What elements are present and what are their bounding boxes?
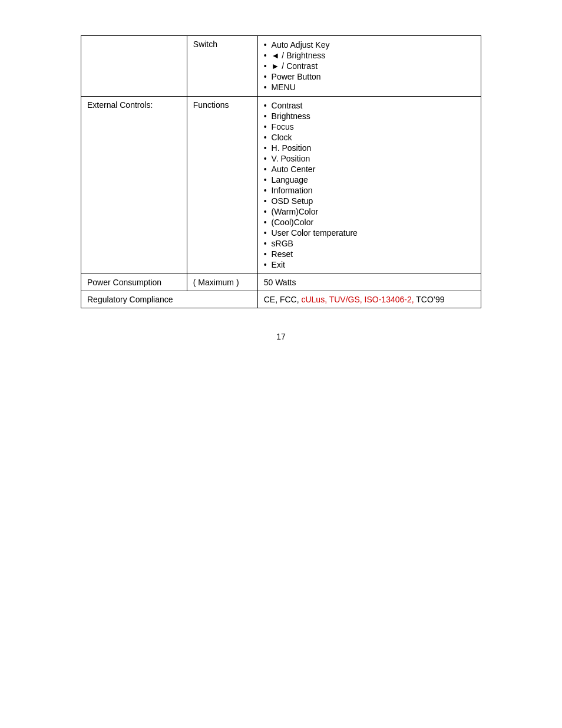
bullet-text: Language bbox=[272, 175, 308, 185]
table-row: Switch Auto Adjust Key ◄ / Brightness ► … bbox=[81, 36, 481, 97]
bullet-text: sRGB bbox=[272, 239, 293, 248]
cell-switch-label: Switch bbox=[187, 36, 257, 97]
specs-table: Switch Auto Adjust Key ◄ / Brightness ► … bbox=[81, 35, 481, 308]
list-item: Exit bbox=[264, 259, 475, 270]
bullet-text: Focus bbox=[272, 122, 294, 131]
list-item: ► / Contrast bbox=[264, 61, 475, 71]
bullet-suffix: Contrast bbox=[286, 61, 318, 71]
list-item: Clock bbox=[264, 132, 475, 143]
list-item: ◄ / Brightness bbox=[264, 50, 475, 61]
cell-regulatory-label: Regulatory Compliance bbox=[81, 291, 258, 308]
cell-external-controls: External Controls: bbox=[81, 97, 187, 274]
power-value: 50 Watts bbox=[264, 278, 296, 287]
list-item: Auto Adjust Key bbox=[264, 39, 475, 50]
functions-label: Functions bbox=[193, 100, 229, 110]
bullet-suffix: Brightness bbox=[286, 51, 325, 60]
cell-functions-label: Functions bbox=[187, 97, 257, 274]
cell-power-label: Power Consumption bbox=[81, 274, 187, 291]
list-item: OSD Setup bbox=[264, 196, 475, 206]
bullet-text: ◄ / Brightness bbox=[272, 51, 326, 60]
list-item: (Warm)Color bbox=[264, 206, 475, 217]
page-footer: 17 bbox=[276, 332, 286, 341]
cell-functions-content: Contrast Brightness Focus Clock H. Posit… bbox=[257, 97, 481, 274]
bullet-text: (Warm)Color bbox=[272, 207, 319, 216]
list-item: Reset bbox=[264, 249, 475, 259]
bullet-text: Information bbox=[272, 186, 313, 195]
bullet-text: V. Position bbox=[272, 154, 310, 163]
bullet-text: Auto Adjust Key bbox=[272, 40, 330, 50]
bullet-text: Exit bbox=[272, 260, 285, 269]
list-item: Information bbox=[264, 185, 475, 196]
external-controls-label: External Controls: bbox=[87, 100, 153, 110]
table-row: Power Consumption ( Maximum ) 50 Watts bbox=[81, 274, 481, 291]
switch-bullet-list: Auto Adjust Key ◄ / Brightness ► / Contr… bbox=[264, 39, 475, 93]
maximum-label: ( Maximum ) bbox=[193, 278, 239, 287]
bullet-prefix: ◄ / bbox=[272, 51, 287, 60]
bullet-text: Brightness bbox=[272, 111, 310, 121]
list-item: Brightness bbox=[264, 111, 475, 121]
cell-switch-content: Auto Adjust Key ◄ / Brightness ► / Contr… bbox=[257, 36, 481, 97]
list-item: sRGB bbox=[264, 238, 475, 249]
cell-regulatory-value: CE, FCC, cULus, TUV/GS, ISO-13406-2, TCO… bbox=[257, 291, 481, 308]
list-item: Contrast bbox=[264, 100, 475, 111]
list-item: V. Position bbox=[264, 153, 475, 164]
power-consumption-label: Power Consumption bbox=[87, 278, 161, 287]
list-item: User Color temperature bbox=[264, 228, 475, 238]
bullet-text: Auto Center bbox=[272, 164, 316, 174]
bullet-text: Reset bbox=[272, 249, 293, 259]
table-row: External Controls: Functions Contrast Br… bbox=[81, 97, 481, 274]
bullet-text: MENU bbox=[272, 83, 296, 92]
page-container: Switch Auto Adjust Key ◄ / Brightness ► … bbox=[0, 0, 562, 365]
page-number: 17 bbox=[276, 332, 286, 341]
list-item: H. Position bbox=[264, 143, 475, 153]
bullet-prefix: ► / bbox=[272, 61, 287, 71]
bullet-text: OSD Setup bbox=[272, 196, 313, 206]
bullet-text: (Cool)Color bbox=[272, 218, 314, 227]
bullet-text: Contrast bbox=[272, 101, 303, 110]
table-row: Regulatory Compliance CE, FCC, cULus, TU… bbox=[81, 291, 481, 308]
bullet-text: Power Button bbox=[272, 72, 321, 81]
regulatory-red: cULus, TUV/GS, ISO-13406-2, bbox=[301, 295, 414, 304]
list-item: MENU bbox=[264, 82, 475, 93]
regulatory-plain1: CE, FCC, bbox=[264, 295, 302, 304]
list-item: Language bbox=[264, 174, 475, 185]
bullet-text: H. Position bbox=[272, 143, 312, 153]
regulatory-label: Regulatory Compliance bbox=[87, 295, 173, 304]
cell-power-value: 50 Watts bbox=[257, 274, 481, 291]
regulatory-plain2: TCO’99 bbox=[414, 295, 445, 304]
bullet-text: ► / Contrast bbox=[272, 61, 318, 71]
list-item: Auto Center bbox=[264, 164, 475, 174]
list-item: Power Button bbox=[264, 71, 475, 82]
cell-maximum-label: ( Maximum ) bbox=[187, 274, 257, 291]
list-item: Focus bbox=[264, 121, 475, 132]
functions-bullet-list: Contrast Brightness Focus Clock H. Posit… bbox=[264, 100, 475, 270]
cell-empty-1 bbox=[81, 36, 187, 97]
list-item: (Cool)Color bbox=[264, 217, 475, 228]
bullet-text: User Color temperature bbox=[272, 228, 358, 238]
bullet-text: Clock bbox=[272, 133, 292, 142]
switch-label: Switch bbox=[193, 39, 217, 49]
